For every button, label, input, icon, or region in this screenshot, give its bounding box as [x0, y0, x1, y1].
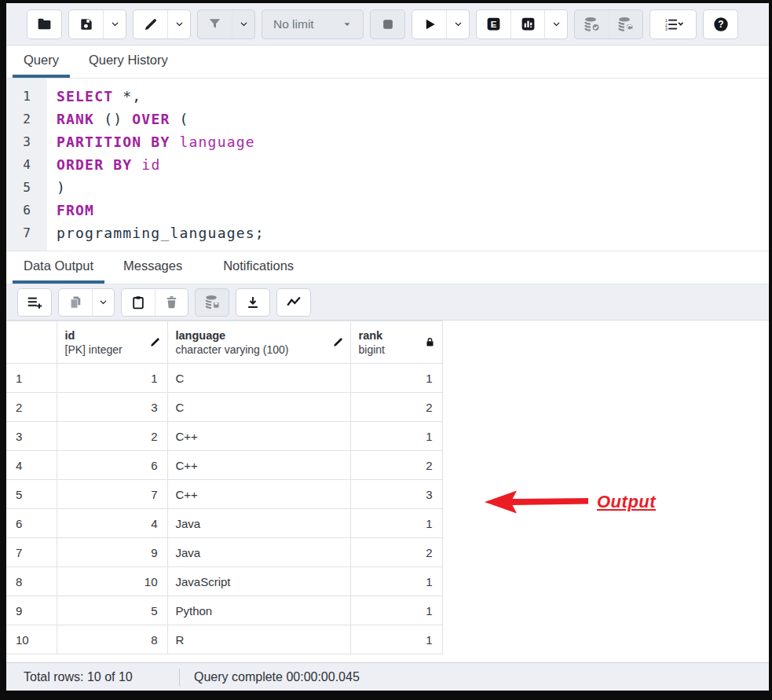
language-cell[interactable]: C++ — [167, 451, 350, 480]
filter-options-button[interactable] — [232, 10, 254, 38]
editor-code[interactable]: SELECT *,RANK () OVER (PARTITION BY lang… — [47, 79, 769, 251]
rank-cell[interactable]: 2 — [350, 451, 442, 480]
rank-cell[interactable]: 1 — [350, 422, 442, 451]
add-row-icon — [26, 294, 43, 311]
table-row: 32C++1 — [6, 422, 442, 451]
save-data-button[interactable] — [196, 289, 229, 316]
stop-button[interactable] — [371, 10, 404, 38]
macros-button[interactable]: 123 — [650, 10, 696, 38]
id-cell[interactable]: 2 — [57, 422, 167, 451]
language-cell[interactable]: JavaScript — [167, 567, 350, 596]
delete-button[interactable] — [155, 289, 188, 316]
id-cell[interactable]: 8 — [57, 625, 167, 654]
execute-options-button[interactable] — [446, 10, 469, 38]
filter-button[interactable] — [198, 10, 232, 38]
help-button[interactable]: ? — [704, 10, 737, 38]
id-cell[interactable]: 5 — [57, 596, 167, 625]
language-cell[interactable]: Java — [167, 538, 350, 567]
row-number-cell[interactable]: 2 — [6, 393, 57, 422]
save-options-button[interactable] — [103, 10, 126, 38]
explain-analyze-button[interactable] — [510, 10, 544, 38]
results-table: id [PK] integer langu — [6, 321, 443, 654]
rank-cell[interactable]: 2 — [350, 393, 442, 422]
id-cell[interactable]: 10 — [57, 567, 167, 596]
rank-cell[interactable]: 1 — [350, 567, 442, 596]
tab-query[interactable]: Query — [13, 46, 70, 78]
rank-cell[interactable]: 3 — [350, 480, 442, 509]
download-button[interactable] — [236, 289, 269, 316]
row-number-cell[interactable]: 7 — [6, 538, 57, 567]
language-cell[interactable]: Python — [167, 596, 350, 625]
output-tabbar: Data Output Messages Notifications — [6, 251, 769, 284]
column-header-rank[interactable]: rank bigint — [350, 321, 442, 364]
tab-query-history[interactable]: Query History — [78, 46, 179, 78]
row-number-cell[interactable]: 1 — [6, 364, 57, 393]
language-cell[interactable]: C — [167, 393, 350, 422]
rollback-button[interactable] — [609, 10, 642, 38]
id-cell[interactable]: 4 — [57, 509, 167, 538]
explain-button[interactable]: E — [477, 10, 510, 38]
paste-delete-group — [121, 288, 188, 317]
explain-analyze-icon — [520, 16, 536, 32]
add-row-button[interactable] — [18, 289, 51, 316]
delete-icon — [164, 295, 179, 310]
row-number-cell[interactable]: 10 — [6, 625, 57, 654]
arrow-left-icon — [484, 487, 589, 517]
grid-body: 11C123C232C++146C++257C++364Java179Java2… — [6, 364, 442, 654]
edit-group — [133, 9, 191, 39]
explain-options-button[interactable] — [544, 10, 567, 38]
line-number: 2 — [6, 108, 47, 130]
id-cell[interactable]: 6 — [57, 451, 167, 480]
sql-editor[interactable]: 1234567 SELECT *,RANK () OVER (PARTITION… — [6, 79, 769, 251]
copy-button[interactable] — [59, 289, 92, 316]
transaction-group — [574, 9, 643, 39]
rank-cell[interactable]: 1 — [350, 596, 442, 625]
tab-data-output[interactable]: Data Output — [13, 251, 104, 284]
commit-button[interactable] — [575, 10, 609, 38]
folder-icon — [36, 16, 53, 32]
column-header-language[interactable]: language character varying (100) — [167, 321, 350, 364]
table-row: 79Java2 — [6, 538, 442, 567]
language-cell[interactable]: C++ — [167, 480, 350, 509]
id-cell[interactable]: 3 — [57, 393, 167, 422]
language-cell[interactable]: C — [167, 364, 350, 393]
id-cell[interactable]: 1 — [57, 364, 167, 393]
copy-icon — [68, 295, 83, 310]
save-button[interactable] — [69, 10, 103, 38]
row-number-cell[interactable]: 6 — [6, 509, 57, 538]
rank-cell[interactable]: 2 — [350, 538, 442, 567]
language-cell[interactable]: Java — [167, 509, 350, 538]
tab-notifications[interactable]: Notifications — [212, 251, 305, 284]
chevron-down-icon — [551, 19, 562, 29]
language-cell[interactable]: R — [167, 625, 350, 654]
id-cell[interactable]: 9 — [57, 538, 167, 567]
svg-text:?: ? — [718, 19, 723, 30]
id-cell[interactable]: 7 — [57, 480, 167, 509]
tab-messages[interactable]: Messages — [112, 251, 193, 284]
rank-cell[interactable]: 1 — [350, 364, 442, 393]
editor-gutter: 1234567 — [6, 79, 47, 251]
row-limit-dropdown[interactable]: No limit — [262, 10, 363, 38]
rank-cell[interactable]: 1 — [350, 625, 442, 654]
play-icon — [422, 16, 437, 32]
limit-group: No limit — [262, 9, 364, 39]
graph-visualiser-button[interactable] — [277, 289, 310, 316]
edit-options-button[interactable] — [167, 10, 190, 38]
stop-icon — [380, 16, 396, 32]
language-cell[interactable]: C++ — [167, 422, 350, 451]
paste-button[interactable] — [122, 289, 155, 316]
edit-button[interactable] — [134, 10, 167, 38]
copy-options-button[interactable] — [92, 289, 114, 316]
edit-pencil-icon — [143, 16, 159, 32]
row-number-cell[interactable]: 3 — [6, 422, 57, 451]
row-number-cell[interactable]: 8 — [6, 567, 57, 596]
column-header-id[interactable]: id [PK] integer — [57, 321, 167, 364]
row-number-cell[interactable]: 5 — [6, 480, 57, 509]
open-file-button[interactable] — [27, 10, 61, 38]
row-number-cell[interactable]: 4 — [6, 451, 57, 480]
paste-icon — [130, 295, 146, 310]
select-all-cell[interactable] — [6, 321, 57, 364]
row-number-cell[interactable]: 9 — [6, 596, 57, 625]
execute-button[interactable] — [412, 10, 446, 38]
rank-cell[interactable]: 1 — [350, 509, 442, 538]
